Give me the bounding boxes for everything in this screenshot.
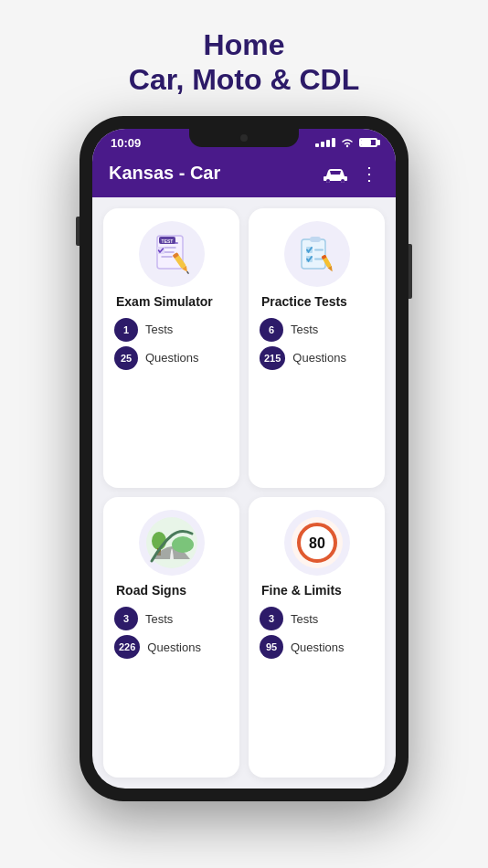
fine-limits-tests-badge: 3 — [260, 607, 283, 630]
svg-point-2 — [341, 179, 345, 183]
svg-text:TEST: TEST — [161, 238, 173, 243]
exam-simulator-label: Exam Simulator — [114, 294, 228, 309]
header-icons: ⋮ — [322, 163, 379, 185]
exam-simulator-icon-area: TEST — [114, 221, 228, 287]
practice-tests-tests-label: Tests — [291, 323, 318, 336]
road-signs-questions-row: 226 Questions — [114, 635, 201, 659]
page-header: Home Car, Moto & CDL — [129, 0, 359, 116]
more-options-icon[interactable]: ⋮ — [360, 163, 379, 185]
exam-simulator-tests-row: 1 Tests — [114, 318, 173, 342]
exam-simulator-questions-label: Questions — [145, 351, 199, 365]
exam-simulator-tests-badge: 1 — [114, 318, 138, 342]
phone-shell: 10:09 — [80, 116, 408, 801]
road-signs-icon-area — [114, 510, 228, 576]
signal-icon — [315, 138, 335, 147]
app-header: Kansas - Car ⋮ — [92, 153, 396, 197]
road-signs-tests-label: Tests — [145, 612, 173, 626]
road-signs-tests-row: 3 Tests — [114, 607, 173, 630]
svg-point-1 — [326, 179, 330, 183]
road-signs-icon — [139, 510, 205, 576]
fine-limits-tests-row: 3 Tests — [260, 607, 318, 630]
fine-limits-tests-label: Tests — [291, 612, 318, 626]
svg-point-27 — [172, 536, 194, 553]
exam-simulator-icon: TEST — [139, 221, 205, 287]
road-signs-card[interactable]: Road Signs 3 Tests 226 Questions — [103, 497, 239, 778]
fine-limits-label: Fine & Limits — [260, 583, 374, 598]
battery-icon — [359, 138, 377, 147]
fine-limits-icon-area: 80 — [260, 510, 374, 576]
practice-tests-icon-area — [260, 221, 374, 287]
practice-tests-questions-row: 215 Questions — [260, 346, 346, 370]
main-content: TEST Exam Simulator 1 Tests 25 Questions — [92, 197, 396, 789]
camera-dot — [240, 134, 248, 142]
svg-rect-15 — [302, 239, 325, 269]
practice-tests-questions-label: Questions — [292, 351, 346, 365]
exam-simulator-tests-label: Tests — [145, 323, 173, 336]
practice-tests-label: Practice Tests — [260, 294, 374, 309]
car-icon[interactable] — [322, 164, 349, 184]
road-signs-questions-badge: 226 — [114, 635, 140, 659]
exam-simulator-questions-row: 25 Questions — [114, 346, 199, 370]
svg-line-12 — [186, 271, 187, 273]
svg-text:80: 80 — [309, 535, 325, 551]
practice-tests-tests-row: 6 Tests — [260, 318, 318, 342]
fine-limits-icon: 80 — [284, 510, 350, 576]
road-signs-questions-label: Questions — [147, 640, 201, 654]
status-time: 10:09 — [111, 136, 141, 150]
fine-limits-questions-row: 95 Questions — [260, 635, 345, 659]
exam-simulator-card[interactable]: TEST Exam Simulator 1 Tests 25 Questions — [103, 208, 239, 489]
svg-point-25 — [152, 532, 166, 550]
wifi-icon — [340, 137, 355, 148]
phone-notch — [189, 129, 299, 147]
exam-simulator-questions-badge: 25 — [114, 346, 138, 370]
road-signs-label: Road Signs — [114, 583, 228, 598]
app-header-title: Kansas - Car — [109, 163, 220, 184]
practice-tests-icon — [284, 221, 350, 287]
svg-point-0 — [346, 145, 348, 147]
practice-tests-tests-badge: 6 — [260, 318, 283, 342]
fine-limits-questions-label: Questions — [291, 640, 345, 654]
practice-tests-card[interactable]: Practice Tests 6 Tests 215 Questions — [249, 208, 385, 489]
phone-screen: 10:09 — [92, 129, 396, 789]
road-signs-tests-badge: 3 — [114, 607, 138, 630]
page-title: Home Car, Moto & CDL — [129, 27, 359, 98]
status-icons — [315, 137, 377, 148]
fine-limits-questions-badge: 95 — [260, 635, 283, 659]
fine-limits-card[interactable]: 80 Fine & Limits 3 Tests 95 Questions — [249, 497, 385, 778]
svg-rect-16 — [310, 237, 321, 242]
practice-tests-questions-badge: 215 — [260, 346, 285, 370]
